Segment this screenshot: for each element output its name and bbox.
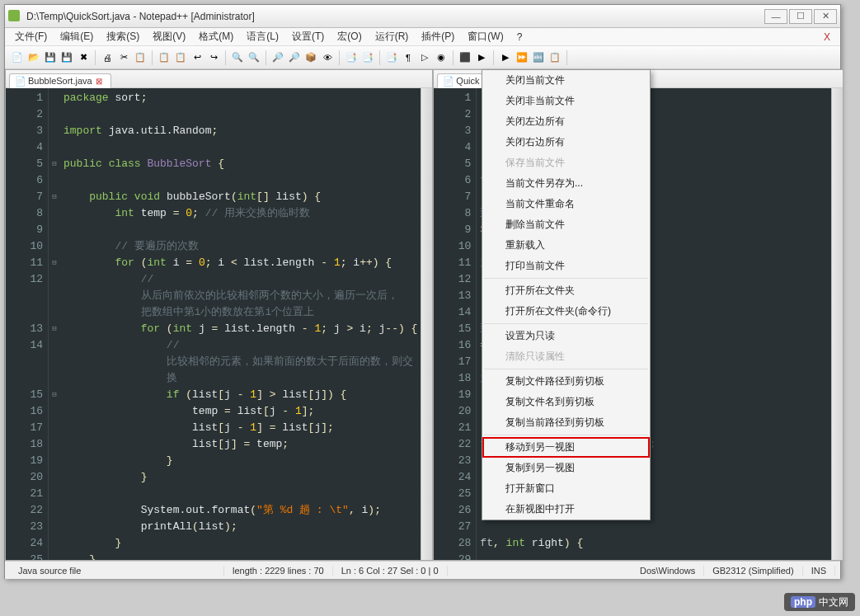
toolbar-button-5[interactable]: 🖨 bbox=[100, 50, 115, 65]
context-menu-item[interactable]: 复制当前路径到剪切板 bbox=[482, 412, 650, 433]
code-line[interactable]: 比较相邻的元素，如果前面的数大于后面的数，则交 bbox=[63, 354, 417, 370]
toolbar-button-26[interactable]: ▶ bbox=[498, 50, 513, 65]
toolbar-button-22[interactable]: ▷ bbox=[417, 50, 432, 65]
toolbar-button-4[interactable]: ✖ bbox=[76, 50, 91, 65]
toolbar-button-2[interactable]: 💾 bbox=[43, 50, 58, 65]
fold-marker[interactable] bbox=[49, 403, 60, 420]
toolbar-button-13[interactable]: 🔍 bbox=[247, 50, 261, 65]
code-line[interactable] bbox=[63, 222, 417, 238]
left-scrollbar[interactable] bbox=[421, 88, 432, 560]
menu-window[interactable]: 窗口(W) bbox=[461, 28, 510, 45]
toolbar-button-14[interactable]: 🔎 bbox=[270, 50, 285, 65]
fold-marker[interactable] bbox=[49, 535, 60, 552]
fold-marker[interactable]: ⊟ bbox=[49, 156, 60, 172]
menu-file[interactable]: 文件(F) bbox=[8, 28, 54, 45]
fold-marker[interactable]: ⊟ bbox=[49, 189, 60, 205]
fold-marker[interactable] bbox=[49, 436, 60, 453]
left-fold[interactable]: ⊟⊟⊟⊟⊟ bbox=[49, 88, 60, 560]
toolbar-button-21[interactable]: ¶ bbox=[401, 50, 416, 65]
code-line[interactable] bbox=[63, 139, 417, 156]
fold-marker[interactable] bbox=[49, 420, 60, 436]
code-line[interactable]: 从后向前依次的比较相邻两个数的大小，遍历一次后， bbox=[63, 288, 417, 304]
fold-marker[interactable] bbox=[49, 354, 60, 370]
fold-marker[interactable] bbox=[49, 123, 60, 139]
code-line[interactable]: package sort; bbox=[63, 90, 417, 106]
context-menu-item[interactable]: 当前文件另存为... bbox=[482, 173, 650, 194]
code-line[interactable] bbox=[63, 172, 417, 189]
code-line[interactable]: System.out.format("第 %d 趟 : \t", i); bbox=[63, 502, 417, 519]
toolbar-button-11[interactable]: ↪ bbox=[206, 50, 221, 65]
toolbar-button-28[interactable]: 🔤 bbox=[531, 50, 546, 65]
code-line[interactable]: // 要遍历的次数 bbox=[63, 238, 417, 255]
toolbar-button-12[interactable]: 🔍 bbox=[230, 50, 245, 65]
code-line[interactable]: } bbox=[63, 453, 417, 469]
code-line[interactable] bbox=[480, 552, 827, 560]
toolbar-button-1[interactable]: 📂 bbox=[26, 50, 41, 65]
toolbar-button-25[interactable]: ▶ bbox=[474, 50, 489, 65]
toolbar-button-3[interactable]: 💾 bbox=[59, 50, 74, 65]
toolbar-button-17[interactable]: 👁 bbox=[320, 50, 335, 65]
fold-marker[interactable] bbox=[49, 469, 60, 486]
tab-quicksort[interactable]: 📄 Quick bbox=[437, 73, 486, 88]
context-menu-item[interactable]: 打印当前文件 bbox=[482, 256, 650, 276]
toolbar-button-23[interactable]: ◉ bbox=[434, 50, 449, 65]
code-line[interactable]: if (list[j - 1] > list[j]) { bbox=[63, 387, 417, 403]
menu-format[interactable]: 格式(M) bbox=[192, 28, 240, 45]
context-menu-item[interactable]: 复制文件名到剪切板 bbox=[482, 392, 650, 412]
fold-marker[interactable] bbox=[49, 172, 60, 189]
context-menu-item[interactable]: 复制到另一视图 bbox=[482, 458, 650, 478]
code-line[interactable]: int temp = 0; // 用来交换的临时数 bbox=[63, 205, 417, 222]
toolbar-button-9[interactable]: 📋 bbox=[173, 50, 188, 65]
toolbar-button-29[interactable]: 📋 bbox=[547, 50, 562, 65]
fold-marker[interactable] bbox=[49, 486, 60, 502]
code-line[interactable] bbox=[63, 486, 417, 502]
code-line[interactable]: import java.util.Random; bbox=[63, 123, 417, 139]
context-menu-item[interactable]: 打开所在文件夹 bbox=[482, 280, 650, 301]
fold-marker[interactable]: ⊟ bbox=[49, 387, 60, 403]
code-line[interactable]: printAll(list); bbox=[63, 519, 417, 535]
fold-marker[interactable] bbox=[49, 453, 60, 469]
context-menu-item[interactable]: 关闭左边所有 bbox=[482, 111, 650, 132]
code-line[interactable]: 换 bbox=[63, 370, 417, 387]
context-menu-item[interactable]: 设置为只读 bbox=[482, 326, 650, 346]
code-line[interactable]: // bbox=[63, 271, 417, 288]
menubar-close-x[interactable]: X bbox=[817, 30, 837, 45]
fold-marker[interactable] bbox=[49, 337, 60, 354]
fold-marker[interactable]: ⊟ bbox=[49, 255, 60, 271]
code-line[interactable]: // bbox=[63, 337, 417, 354]
context-menu-item[interactable]: 打开所在文件夹(命令行) bbox=[482, 301, 650, 322]
code-line[interactable]: } bbox=[63, 535, 417, 552]
toolbar-button-6[interactable]: ✂ bbox=[116, 50, 131, 65]
menu-language[interactable]: 语言(L) bbox=[240, 28, 285, 45]
toolbar-button-27[interactable]: ⏩ bbox=[515, 50, 529, 65]
menu-edit[interactable]: 编辑(E) bbox=[54, 28, 100, 45]
maximize-button[interactable]: ☐ bbox=[789, 9, 812, 24]
close-button[interactable]: ✕ bbox=[814, 9, 837, 24]
toolbar-button-0[interactable]: 📄 bbox=[10, 50, 25, 65]
code-line[interactable]: ft, int right) { bbox=[480, 535, 827, 552]
code-line[interactable]: } bbox=[63, 552, 417, 560]
left-editor[interactable]: 1234567891011121314151617181920212223242… bbox=[6, 88, 432, 560]
toolbar-button-8[interactable]: 📋 bbox=[157, 50, 172, 65]
fold-marker[interactable] bbox=[49, 90, 60, 106]
context-menu-item[interactable]: 关闭非当前文件 bbox=[482, 91, 650, 111]
context-menu-item[interactable]: 重新载入 bbox=[482, 235, 650, 256]
toolbar-button-7[interactable]: 📋 bbox=[133, 50, 148, 65]
context-menu-item[interactable]: 在新视图中打开 bbox=[482, 499, 650, 520]
code-line[interactable] bbox=[480, 519, 827, 535]
toolbar-button-10[interactable]: ↩ bbox=[190, 50, 204, 65]
context-menu-item[interactable]: 当前文件重命名 bbox=[482, 194, 650, 214]
context-menu-item[interactable]: 打开新窗口 bbox=[482, 478, 650, 499]
fold-marker[interactable] bbox=[49, 370, 60, 387]
fold-marker[interactable] bbox=[49, 238, 60, 255]
tab-close-icon[interactable]: ⊠ bbox=[96, 77, 104, 85]
menu-settings[interactable]: 设置(T) bbox=[285, 28, 331, 45]
fold-marker[interactable] bbox=[49, 139, 60, 156]
fold-marker[interactable] bbox=[49, 519, 60, 535]
code-line[interactable]: for (int j = list.length - 1; j > i; j--… bbox=[63, 321, 417, 337]
fold-marker[interactable] bbox=[49, 552, 60, 560]
fold-marker[interactable] bbox=[49, 502, 60, 519]
fold-marker[interactable] bbox=[49, 205, 60, 222]
context-menu-item[interactable]: 移动到另一视图 bbox=[482, 437, 650, 458]
context-menu-item[interactable]: 删除当前文件 bbox=[482, 214, 650, 235]
